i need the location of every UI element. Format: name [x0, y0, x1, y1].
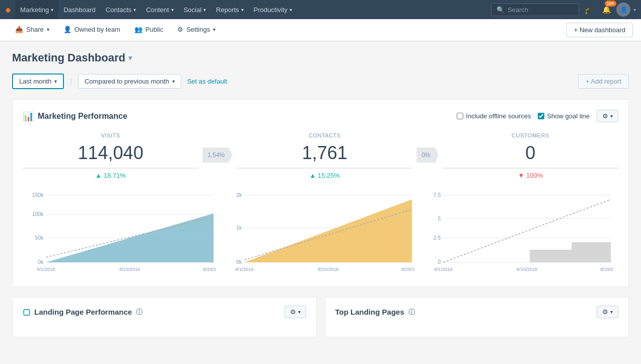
bottom-cards-row: ▢ Landing Page Performance ⓘ ⚙ ▾ Top Lan… — [12, 297, 629, 337]
card-settings-button[interactable]: ⚙ ▾ — [597, 110, 618, 122]
graduation-cap-icon[interactable]: 🎓 — [582, 3, 596, 17]
customers-value: 0 — [443, 142, 618, 169]
show-goal-line-label[interactable]: Show goal line — [538, 112, 590, 120]
card-title: 📊 Marketing Performance — [23, 111, 127, 122]
page-title: Marketing Dashboard ▾ — [12, 51, 629, 64]
contacts-dropdown-arrow: ▾ — [133, 7, 136, 13]
svg-text:8/15/2016: 8/15/2016 — [119, 267, 140, 272]
top-landing-pages-title: Top Landing Pages ⓘ — [335, 308, 415, 317]
conversion-arrow-1: 1.54% — [202, 148, 233, 163]
svg-text:8/1/2016: 8/1/2016 — [37, 267, 55, 272]
svg-text:2.5: 2.5 — [433, 235, 441, 241]
svg-text:0: 0 — [438, 259, 441, 265]
landing-page-gear-icon: ⚙ — [290, 308, 296, 316]
contacts-change: ▲ 15.25% — [237, 172, 412, 179]
set-as-default-link[interactable]: Set as default — [187, 78, 228, 85]
nav-marketing[interactable]: Marketing ▾ — [15, 0, 58, 19]
team-icon: 👤 — [63, 26, 72, 33]
add-report-button[interactable]: + Add report — [578, 74, 629, 89]
svg-text:50k: 50k — [35, 235, 44, 241]
landing-page-title: ▢ Landing Page Performance ⓘ — [23, 307, 143, 317]
svg-text:8/29/2016: 8/29/2016 — [600, 267, 613, 272]
up-triangle-icon: ▲ — [95, 172, 102, 179]
nav-productivity[interactable]: Productivity ▾ — [249, 0, 297, 19]
include-offline-label[interactable]: Include offline sources — [457, 112, 531, 120]
contacts-up-triangle-icon: ▲ — [310, 172, 316, 179]
visits-metric: VISITS 114,040 ▲ 18.71% — [23, 132, 198, 179]
visits-label: VISITS — [23, 132, 198, 138]
landing-page-settings-button[interactable]: ⚙ ▾ — [284, 306, 306, 318]
svg-text:8/1/2016: 8/1/2016 — [434, 267, 452, 272]
nav-dashboard[interactable]: Dashboard — [58, 0, 101, 19]
top-landing-pages-card-header: Top Landing Pages ⓘ ⚙ ▾ — [335, 306, 619, 318]
svg-text:8/1/2016: 8/1/2016 — [236, 267, 254, 272]
metrics-row: VISITS 114,040 ▲ 18.71% 1.54% CONTACTS 1… — [23, 132, 618, 179]
notification-bell[interactable]: 🔔 10+ — [599, 3, 613, 17]
svg-text:0k: 0k — [237, 259, 243, 265]
new-dashboard-area: + New dashboard — [566, 23, 633, 37]
share-icon: 📤 — [15, 26, 23, 33]
svg-text:8/15/2016: 8/15/2016 — [318, 267, 339, 272]
filter-separator: | — [70, 78, 72, 86]
card-header: 📊 Marketing Performance Include offline … — [23, 110, 618, 122]
avatar[interactable]: 👤 — [616, 3, 630, 17]
nav-reports[interactable]: Reports ▾ — [211, 0, 249, 19]
customers-chart-section: 7.5 5 2.5 0 8/1/2016 8/15/2016 — [420, 189, 618, 276]
search-input[interactable] — [508, 6, 574, 14]
show-goal-line-checkbox[interactable] — [538, 113, 544, 119]
gear-icon: ⚙ — [177, 26, 183, 33]
svg-text:8/15/2016: 8/15/2016 — [517, 267, 538, 272]
svg-text:0k: 0k — [38, 259, 44, 265]
visits-change: ▲ 18.71% — [23, 172, 198, 179]
last-month-dropdown-arrow: ▾ — [54, 79, 57, 84]
contacts-value: 1,761 — [237, 142, 412, 169]
reports-dropdown-arrow: ▾ — [241, 7, 244, 13]
owned-by-team-button[interactable]: 👤 Owned by team — [56, 19, 127, 41]
down-triangle-icon: ▼ — [518, 172, 525, 179]
avatar-dropdown-arrow[interactable]: ▾ — [633, 7, 636, 13]
last-month-filter[interactable]: Last month ▾ — [12, 74, 64, 89]
include-offline-checkbox[interactable] — [457, 113, 463, 119]
contacts-label: CONTACTS — [237, 132, 412, 138]
top-landing-pages-gear-icon: ⚙ — [602, 308, 608, 316]
landing-page-info-icon[interactable]: ⓘ — [136, 308, 143, 317]
arrow-connector-2: 0% — [412, 148, 442, 163]
brand-logo[interactable]: ● — [5, 4, 11, 16]
content-dropdown-arrow: ▾ — [171, 7, 174, 13]
notification-count: 10+ — [605, 1, 616, 7]
sub-nav: 📤 Share ▾ 👤 Owned by team 👥 Public ⚙ Set… — [0, 19, 641, 41]
top-landing-pages-info-icon[interactable]: ⓘ — [408, 308, 415, 317]
svg-text:8/29/2016: 8/29/2016 — [203, 267, 216, 272]
settings-button[interactable]: ⚙ Settings ▾ — [170, 19, 223, 41]
svg-text:8/29/2016: 8/29/2016 — [402, 267, 415, 272]
svg-text:1k: 1k — [237, 225, 243, 231]
visits-value: 114,040 — [23, 142, 198, 169]
compared-dropdown-arrow: ▾ — [172, 79, 175, 84]
svg-marker-32 — [443, 242, 611, 262]
search-box[interactable]: 🔍 — [491, 4, 579, 16]
visits-chart-section: 150k 100k 50k 0k 8/1/2016 8/15/2016 — [23, 189, 221, 276]
charts-row: 150k 100k 50k 0k 8/1/2016 8/15/2016 — [23, 189, 618, 276]
top-landing-pages-settings-button[interactable]: ⚙ ▾ — [597, 306, 618, 318]
compared-to-filter[interactable]: Compared to previous month ▾ — [78, 74, 181, 89]
page-title-dropdown-arrow[interactable]: ▾ — [128, 54, 132, 62]
nav-content[interactable]: Content ▾ — [141, 0, 179, 19]
landing-page-card-header: ▢ Landing Page Performance ⓘ ⚙ ▾ — [23, 306, 306, 318]
nav-social[interactable]: Social ▾ — [179, 0, 211, 19]
customers-label: CUSTOMERS — [443, 132, 618, 138]
top-landing-pages-settings-arrow: ▾ — [610, 309, 613, 315]
contacts-chart: 2k 1k 0k 8/1/2016 8/15/2016 8/29/2016 — [226, 189, 414, 275]
social-dropdown-arrow: ▾ — [203, 7, 206, 13]
bar-chart-icon: 📊 — [23, 111, 34, 122]
group-icon: 👥 — [134, 26, 143, 33]
svg-marker-19 — [245, 199, 412, 262]
customers-chart: 7.5 5 2.5 0 8/1/2016 8/15/2016 — [425, 189, 613, 275]
settings-dropdown-arrow: ▾ — [213, 27, 216, 32]
svg-text:7.5: 7.5 — [433, 192, 441, 198]
share-button[interactable]: 📤 Share ▾ — [8, 19, 56, 41]
nav-contacts[interactable]: Contacts ▾ — [101, 0, 141, 19]
new-dashboard-button[interactable]: + New dashboard — [566, 23, 633, 37]
svg-text:100k: 100k — [32, 211, 44, 217]
public-button[interactable]: 👥 Public — [127, 19, 170, 41]
contacts-metric: CONTACTS 1,761 ▲ 15.25% — [237, 132, 412, 179]
